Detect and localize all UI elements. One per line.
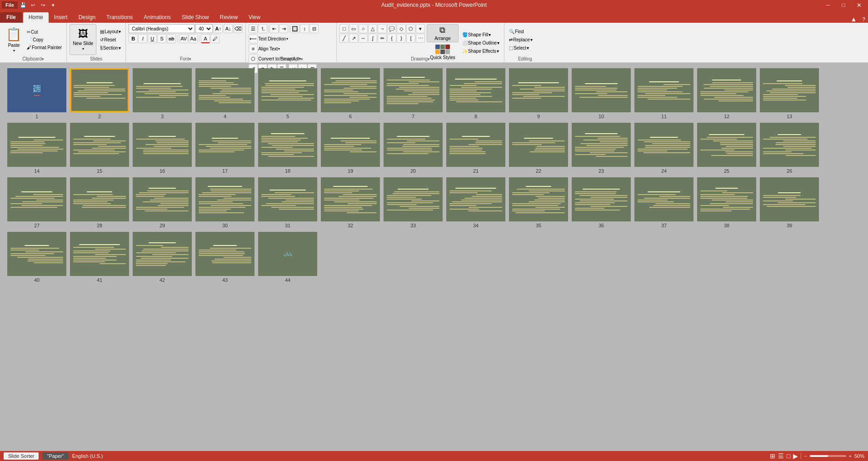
slide-item-35[interactable]: 35 <box>509 177 568 228</box>
slide-item-33[interactable]: 33 <box>384 177 443 228</box>
slide-thumb-7[interactable] <box>384 68 443 112</box>
slide-item-20[interactable]: 20 <box>384 123 443 174</box>
slide-item-42[interactable]: 42 <box>133 232 192 283</box>
slide-thumb-2[interactable] <box>70 68 129 112</box>
slide-item-14[interactable]: 14 <box>7 123 66 174</box>
slide-thumb-26[interactable] <box>760 123 819 167</box>
tab-home[interactable]: Home <box>23 12 49 23</box>
slide-thumb-43[interactable] <box>195 232 254 276</box>
view-slideshow-btn[interactable]: ▶ <box>793 452 798 460</box>
drawing-expand-icon[interactable]: ▾ <box>428 57 430 61</box>
slide-item-24[interactable]: 24 <box>634 123 693 174</box>
numbering-btn[interactable]: ⒈ <box>258 24 267 33</box>
slide-thumb-22[interactable] <box>509 123 568 167</box>
char-spacing-btn[interactable]: AV <box>179 34 188 43</box>
slide-thumb-15[interactable] <box>70 123 129 167</box>
slide-thumb-14[interactable] <box>7 123 66 167</box>
slide-item-26[interactable]: 26 <box>760 123 819 174</box>
slide-item-4[interactable]: 4 <box>195 68 254 119</box>
slide-thumb-32[interactable] <box>321 177 380 221</box>
bracket-l[interactable]: { <box>387 34 396 43</box>
slide-item-12[interactable]: 12 <box>697 68 756 119</box>
slide-thumb-6[interactable] <box>321 68 380 112</box>
text-dir-label[interactable]: Text Direction <box>258 36 286 41</box>
align-text-label[interactable]: Align Text <box>258 46 278 51</box>
slide-item-19[interactable]: 19 <box>321 123 380 174</box>
slide-item-17[interactable]: 17 <box>195 123 254 174</box>
slide-thumb-10[interactable] <box>572 68 631 112</box>
slide-thumb-17[interactable] <box>195 123 254 167</box>
slide-item-25[interactable]: 25 <box>697 123 756 174</box>
tab-design[interactable]: Design <box>73 12 101 23</box>
maximize-btn[interactable]: □ <box>836 0 851 10</box>
case-btn[interactable]: Aa <box>189 34 198 43</box>
arrange-button[interactable]: ⧉ Arrange <box>427 24 459 42</box>
decrease-font-btn[interactable]: A↓ <box>224 24 233 33</box>
font-size-select[interactable]: 40 <box>195 24 213 33</box>
ribbon-collapse-btn[interactable]: ▲ <box>848 15 859 23</box>
view-sorter-btn[interactable]: ☰ <box>778 452 784 460</box>
slide-thumb-18[interactable] <box>258 123 317 167</box>
slide-thumb-37[interactable] <box>634 177 693 221</box>
line-spacing-btn[interactable]: ↕ <box>300 24 309 33</box>
slide-item-36[interactable]: 36 <box>572 177 631 228</box>
font-name-select[interactable]: Calibri (Headings) <box>129 24 195 33</box>
curve-tool[interactable]: ∫ <box>368 34 377 43</box>
replace-button[interactable]: ⇄ Replace ▾ <box>507 36 543 43</box>
minimize-btn[interactable]: ─ <box>821 0 835 10</box>
tab-review[interactable]: Review <box>215 12 243 23</box>
freeform-tool[interactable]: ✏ <box>378 34 387 43</box>
zoom-slider[interactable] <box>810 455 846 457</box>
slide-item-39[interactable]: 39 <box>760 177 819 228</box>
help-btn[interactable]: ? <box>859 16 868 23</box>
slide-thumb-19[interactable] <box>321 123 380 167</box>
slide-thumb-36[interactable] <box>572 177 631 221</box>
bold-button[interactable]: B <box>129 34 138 43</box>
undo-quick-btn[interactable]: ↩ <box>29 1 38 9</box>
slide-thumb-40[interactable] <box>7 232 66 276</box>
slide-thumb-29[interactable] <box>133 177 192 221</box>
copy-button[interactable]: 📄 Copy <box>25 36 64 43</box>
shape-outline-btn[interactable]: ⬜ Shape Outline ▾ <box>460 40 501 46</box>
slide-thumb-31[interactable] <box>258 177 317 221</box>
slide-thumb-24[interactable] <box>634 123 693 167</box>
slide-thumb-16[interactable] <box>133 123 192 167</box>
clipboard-expand-icon[interactable]: ▾ <box>42 57 44 61</box>
zoom-minus[interactable]: − <box>804 453 807 459</box>
shape-other[interactable]: ⋯ <box>416 34 425 43</box>
shape-rect[interactable]: □ <box>339 24 349 33</box>
slide-item-10[interactable]: 10 <box>572 68 631 119</box>
close-btn[interactable]: ✕ <box>852 0 866 10</box>
slide-thumb-41[interactable] <box>70 232 129 276</box>
new-slide-button[interactable]: 🖼 New Slide ▾ <box>70 24 96 55</box>
slide-item-13[interactable]: 13 <box>760 68 819 119</box>
format-painter-button[interactable]: 🖌 Format Painter <box>25 44 64 51</box>
increase-font-btn[interactable]: A↑ <box>214 24 223 33</box>
save-quick-btn[interactable]: 💾 <box>19 1 28 9</box>
para-expand-icon[interactable]: ▾ <box>301 57 303 61</box>
paper-tab[interactable]: "Paper" <box>42 452 68 460</box>
slide-item-5[interactable]: 5 <box>258 68 317 119</box>
shape-rounded-rect[interactable]: ▭ <box>349 24 358 33</box>
slide-item-2[interactable]: 2 <box>70 68 129 119</box>
italic-button[interactable]: I <box>138 34 147 43</box>
slide-item-41[interactable]: 41 <box>70 232 129 283</box>
slide-item-16[interactable]: 16 <box>133 123 192 174</box>
decrease-indent-btn[interactable]: ⇤ <box>269 24 279 33</box>
view-normal-btn[interactable]: ⊞ <box>770 452 775 460</box>
shape-diamond[interactable]: ◇ <box>397 24 406 33</box>
zoom-plus[interactable]: + <box>849 453 852 459</box>
strikethrough-button[interactable]: ab <box>167 34 176 43</box>
highlight-color-btn[interactable]: 🖊 <box>210 34 219 43</box>
slide-thumb-39[interactable] <box>760 177 819 221</box>
slide-item-32[interactable]: 32 <box>321 177 380 228</box>
font-expand-icon[interactable]: ▾ <box>189 57 191 61</box>
reset-button[interactable]: ↺ Reset <box>98 36 123 43</box>
slide-thumb-38[interactable] <box>697 177 756 221</box>
section-button[interactable]: § Section ▾ <box>98 45 123 51</box>
slide-thumb-35[interactable] <box>509 177 568 221</box>
slide-thumb-28[interactable] <box>70 177 129 221</box>
arrow-tool[interactable]: ↗ <box>349 34 358 43</box>
slide-item-7[interactable]: 7 <box>384 68 443 119</box>
slide-thumb-13[interactable] <box>760 68 819 112</box>
